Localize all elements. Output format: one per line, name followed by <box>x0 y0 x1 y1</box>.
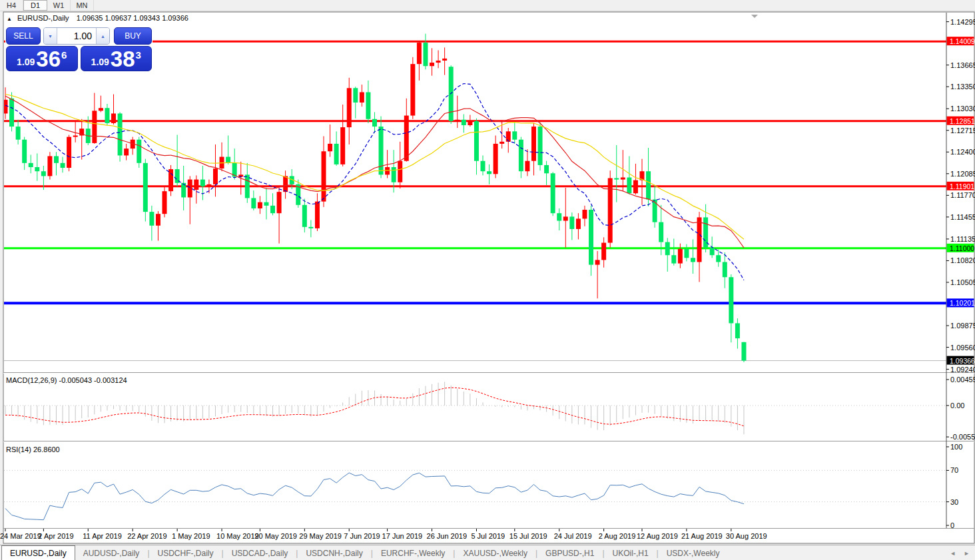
date-label: 21 Aug 2019 <box>681 532 723 540</box>
date-label: 26 Jun 2019 <box>427 532 468 540</box>
date-label: 29 May 2019 <box>299 532 342 540</box>
ohlc-open: 1.09635 <box>77 14 103 22</box>
date-label: 20 May 2019 <box>254 532 297 540</box>
tab-scroll-right-icon[interactable]: ► <box>964 550 970 557</box>
macd-name: MACD(12,26,9) <box>6 376 57 384</box>
tab-gbpusd-h1[interactable]: GBPUSD-,H1 <box>537 545 602 560</box>
tab-eurusd-daily[interactable]: EURUSD-,Daily <box>1 545 75 560</box>
date-label: 12 Aug 2019 <box>637 532 678 540</box>
macd-indicator-label: MACD(12,26,9) -0.005043 -0.003124 <box>6 376 127 384</box>
date-label: 7 Jun 2019 <box>344 532 380 540</box>
sell-price-display[interactable]: 1.09 36 6 <box>6 46 78 71</box>
date-label: 1 May 2019 <box>172 532 210 540</box>
axis-tick-label: 1.09560 <box>950 344 975 352</box>
axis-tick-label: 1.13665 <box>950 61 975 69</box>
rsi-value: 26.8600 <box>33 445 60 453</box>
volume-decrease-icon[interactable]: ▼ <box>44 28 57 44</box>
rsi-name: RSI(14) <box>6 445 31 453</box>
axis-tick-label: 0 <box>950 521 954 529</box>
chart-header: ▲ EURUSD-,Daily 1.09635 1.09637 1.09343 … <box>7 14 188 22</box>
volume-increase-icon[interactable]: ▲ <box>96 28 109 44</box>
axis-tick-label: 1.12400 <box>950 148 975 156</box>
buy-price-sup: 3 <box>136 49 141 61</box>
ohlc-high: 1.09637 <box>105 14 132 22</box>
axis-tick-label: 1.13350 <box>950 83 975 91</box>
tab-usdchf-daily[interactable]: USDCHF-,Daily <box>150 545 222 560</box>
axis-tick-label: 1.11770 <box>950 191 975 199</box>
axis-tick-label: 1.09875 <box>950 322 975 330</box>
date-label: 2 Aug 2019 <box>599 532 636 540</box>
date-label: 11 Apr 2019 <box>83 532 122 540</box>
price-level-box-label: 1.09366 <box>950 357 975 365</box>
collapse-icon[interactable]: ▲ <box>7 16 12 22</box>
rsi-indicator-label: RSI(14) 26.8600 <box>6 445 60 453</box>
date-label: 30 Aug 2019 <box>726 532 767 540</box>
axis-tick-label: 0.00 <box>950 402 964 410</box>
axis-tick-label: -0.0055 <box>950 433 975 441</box>
axis-tick-label: 30 <box>950 498 958 506</box>
tab-eurchf-weekly[interactable]: EURCHF-,Weekly <box>373 545 453 560</box>
tab-usdcnh-daily[interactable]: USDCNH-,Daily <box>298 545 370 560</box>
tab-audusd-daily[interactable]: AUDUSD-,Daily <box>75 545 148 560</box>
price-level-box-label: 1.11901 <box>950 182 974 190</box>
axis-tick-label: 1.12085 <box>950 170 975 178</box>
tab-scroll-left-icon[interactable]: ◄ <box>950 550 956 557</box>
axis-tick-label: 70 <box>950 466 958 474</box>
buy-price-display[interactable]: 1.09 38 3 <box>81 46 153 71</box>
date-label: 2 Apr 2019 <box>38 532 73 540</box>
mt4-window: 1.142951.136651.133501.130301.127151.124… <box>0 0 975 560</box>
volume-input[interactable]: 1.00 <box>57 28 96 44</box>
price-level-box-label: 1.14009 <box>950 37 975 45</box>
tab-ukoil-h1[interactable]: UKOil-,H1 <box>605 545 657 560</box>
axis-tick-label: 1.09240 <box>950 366 975 374</box>
date-label: 5 Jul 2019 <box>471 532 505 540</box>
timeframe-button-w1[interactable]: W1 <box>47 0 71 11</box>
macd-values: -0.005043 -0.003124 <box>59 376 127 384</box>
one-click-trade-panel: SELL ▼ 1.00 ▲ BUY 1.09 36 6 1.09 38 3 <box>5 27 153 72</box>
axis-tick-label: 0.00455 <box>950 376 975 384</box>
date-label: 22 Apr 2019 <box>127 532 166 540</box>
sell-price-sup: 6 <box>61 49 67 61</box>
sell-price-big: 36 <box>36 50 61 69</box>
price-level-box-label: 1.11000 <box>950 244 974 252</box>
tab-xauusd-weekly[interactable]: XAUUSD-,Weekly <box>455 545 535 560</box>
symbol-tabbar: EURUSD-,DailyAUDUSD-,Daily|USDCHF-,Daily… <box>0 545 975 560</box>
symbol-title: EURUSD-,Daily <box>17 14 69 22</box>
price-level-box-label: 1.12851 <box>950 117 975 125</box>
axis-tick-label: 1.10505 <box>950 278 975 286</box>
buy-button[interactable]: BUY <box>114 27 152 45</box>
date-label: 15 Jul 2019 <box>509 532 547 540</box>
ohlc-low: 1.09343 <box>133 14 160 22</box>
timeframe-toolbar: H4D1W1MN <box>0 0 975 11</box>
axis-tick-label: 100 <box>950 443 962 451</box>
chart-canvas[interactable]: 1.142951.136651.133501.130301.127151.124… <box>0 0 975 560</box>
sell-button[interactable]: SELL <box>6 27 41 45</box>
timeframe-button-d1[interactable]: D1 <box>23 0 47 11</box>
axis-tick-label: 1.11135 <box>950 235 975 243</box>
buy-price-small: 1.09 <box>91 57 109 69</box>
date-label: 24 Jul 2019 <box>554 532 592 540</box>
axis-tick-label: 1.10820 <box>950 256 975 264</box>
volume-stepper: ▼ 1.00 ▲ <box>43 27 110 45</box>
timeframe-button-h4[interactable]: H4 <box>0 0 23 11</box>
tab-nav: ◄► <box>950 545 975 560</box>
date-label: 10 May 2019 <box>216 532 259 540</box>
timeframe-button-mn[interactable]: MN <box>71 0 94 11</box>
axis-tick-label: 1.11455 <box>950 213 975 221</box>
date-label: 17 Jun 2019 <box>382 532 423 540</box>
date-label: 24 Mar 2019 <box>0 532 41 540</box>
axis-tick-label: 1.12715 <box>950 127 975 135</box>
ohlc-close: 1.09366 <box>162 14 188 22</box>
sell-price-small: 1.09 <box>17 57 35 69</box>
tab-usdcad-daily[interactable]: USDCAD-,Daily <box>224 545 296 560</box>
axis-tick-label: 1.13030 <box>950 105 975 113</box>
price-level-box-label: 1.10201 <box>950 299 975 307</box>
axis-tick-label: 1.14295 <box>950 18 975 26</box>
tab-usdx-weekly[interactable]: USDX-,Weekly <box>659 545 728 560</box>
buy-price-big: 38 <box>111 50 135 69</box>
